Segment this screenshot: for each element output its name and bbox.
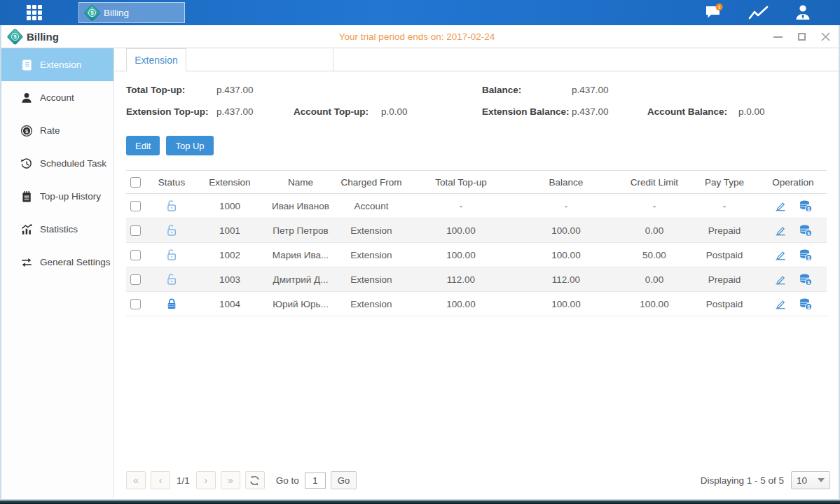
extensions-table: Status Extension Name Charged From Total… [126,170,827,316]
sidebar-item-general-settings[interactable]: General Settings [1,246,113,279]
billing-app-icon: $ [6,28,23,45]
first-page-button[interactable]: « [126,471,146,489]
edit-row-icon[interactable] [774,200,787,212]
cell-total-topup: 100.00 [409,225,513,236]
titlebar: $ Billing Your trial period ends on: 201… [1,25,839,48]
page-size-value: 10 [797,475,807,486]
cell-pay-type: - [689,201,759,211]
sidebar-item-scheduled-task[interactable]: Scheduled Task [1,147,113,180]
cell-name: Петр Петров [268,225,333,236]
total-topup-label: Total Top-up: [126,85,185,95]
sidebar-item-topup-history[interactable]: Top-up History [1,180,113,213]
reports-icon[interactable] [748,4,770,21]
cell-extension: 1002 [192,250,268,260]
page-size-select[interactable]: 10 [791,471,830,489]
title-left: $ Billing [9,31,59,43]
sidebar-item-label: Top-up History [40,191,101,202]
refresh-icon[interactable] [245,471,265,489]
cell-total-topup: 112.00 [409,274,513,285]
last-page-button[interactable]: » [221,471,240,489]
header-balance: Balance [513,177,619,188]
go-button[interactable]: Go [331,471,357,489]
prev-page-button[interactable]: ‹ [151,471,170,489]
cell-extension: 1003 [192,274,268,285]
header-credit-limit: Credit Limit [619,177,689,188]
sidebar-item-statistics[interactable]: Statistics [1,213,113,246]
cell-extension: 1001 [192,225,268,236]
top-up-row-icon[interactable]: $ [799,223,813,237]
billing-app-icon: $ [83,4,100,21]
cell-charged-from: Extension [333,274,409,285]
table-row: 1001 Петр Петров Extension 100.00 100.00… [126,218,827,243]
cell-charged-from: Extension [333,225,409,236]
edit-row-icon[interactable] [774,224,787,237]
top-up-row-icon[interactable]: $ [799,248,813,262]
header-charged-from: Charged From [333,177,409,188]
top-up-row-icon[interactable]: $ [799,199,813,213]
sidebar-item-label: Extension [40,59,81,70]
messages-icon[interactable]: ! [705,4,724,22]
cell-pay-type: Postpaid [689,250,759,260]
header-extension: Extension [192,177,268,188]
cell-balance: 100.00 [513,299,619,309]
header-total-topup: Total Top-up [409,177,513,188]
edit-row-icon[interactable] [774,298,787,310]
extension-topup-label: Extension Top-up: [126,106,209,117]
header-status: Status [151,177,192,188]
top-up-button[interactable]: Top Up [166,136,213,155]
transfer-arrows-icon [20,256,33,269]
clock-icon [20,158,33,170]
window-body: $ Billing Your trial period ends on: 201… [0,25,840,504]
svg-text:$: $ [807,231,810,237]
edit-row-icon[interactable] [774,248,787,261]
table-row: 1002 Мария Ива... Extension 100.00 100.0… [126,243,827,267]
sidebar-item-account[interactable]: Account [1,81,113,114]
sidebar: Extension Account $ Rate [1,48,114,498]
notepad-icon [20,190,33,203]
tab-extension[interactable]: Extension [126,48,186,71]
row-checkbox[interactable] [130,274,141,285]
balance-label: Balance: [482,85,521,95]
cell-credit-limit: - [619,201,689,211]
close-icon[interactable] [819,31,832,43]
cell-balance: 100.00 [513,250,619,260]
sidebar-item-label: General Settings [40,257,111,267]
displaying-text: Displaying 1 - 5 of 5 [701,475,784,486]
main-panel: Extension Total Top-up: p.437.00 Balance… [114,48,839,498]
cell-total-topup: - [409,201,513,211]
maximize-icon[interactable] [795,31,808,43]
top-up-row-icon[interactable]: $ [799,272,813,286]
svg-text:$: $ [807,304,810,310]
chevron-down-icon [818,478,825,482]
extension-balance-value: p.437.00 [572,106,609,117]
cell-pay-type: Postpaid [689,299,759,309]
sidebar-item-rate[interactable]: $ Rate [1,114,113,147]
row-checkbox[interactable] [130,201,141,211]
app-launcher-icon[interactable] [27,5,49,20]
row-checkbox[interactable] [130,250,141,260]
cell-name: Мария Ива... [268,250,333,260]
row-checkbox[interactable] [130,299,141,309]
top-up-row-icon[interactable]: $ [799,297,813,311]
ledger-icon [20,59,33,71]
edit-row-icon[interactable] [774,273,787,286]
header-name: Name [268,177,333,188]
minimize-icon[interactable] [771,31,784,43]
select-all-checkbox[interactable] [130,177,141,188]
header-pay-type: Pay Type [689,177,759,188]
row-checkbox[interactable] [130,225,141,236]
sidebar-item-extension[interactable]: Extension [1,48,113,81]
window-bottom-edge [0,500,840,504]
goto-page-input[interactable] [305,472,326,489]
cell-credit-limit: 0.00 [619,274,689,285]
billing-app-window: $ Billing ! [0,0,840,504]
cell-charged-from: Extension [333,250,409,260]
next-page-button[interactable]: › [196,471,216,489]
topbar-billing-tab[interactable]: $ Billing [78,2,185,23]
edit-button[interactable]: Edit [126,136,160,155]
table-header-row: Status Extension Name Charged From Total… [126,170,827,194]
tabstrip-spacer [186,48,333,71]
topbar: $ Billing ! [0,0,840,25]
user-icon[interactable] [794,4,812,22]
account-topup-label: Account Top-up: [294,106,369,117]
